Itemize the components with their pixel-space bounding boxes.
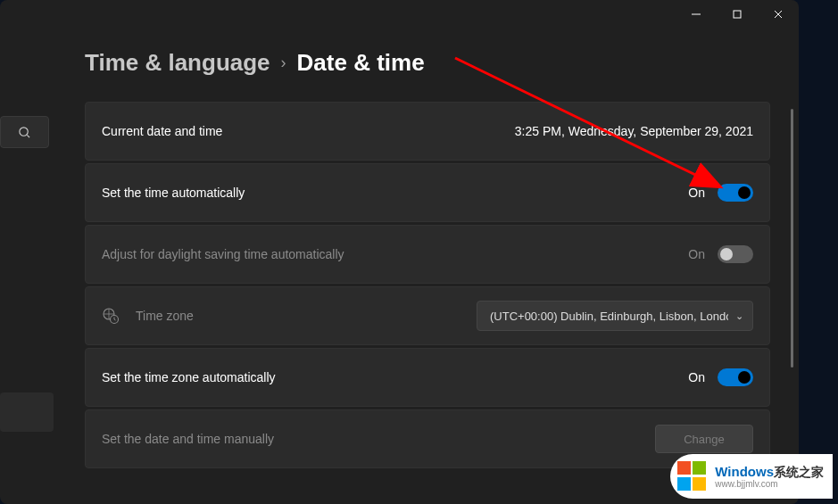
row-dst-auto: Adjust for daylight saving time automati… <box>85 225 770 284</box>
toggle-state-label: On <box>688 370 705 384</box>
settings-rows: Current date and time 3:25 PM, Wednesday… <box>85 102 781 468</box>
globe-clock-icon <box>102 307 120 325</box>
nav-item-placeholder[interactable] <box>0 392 54 432</box>
row-timezone: Time zone (UTC+00:00) Dublin, Edinburgh,… <box>85 286 770 345</box>
maximize-button[interactable] <box>717 0 758 29</box>
row-label: Set the time automatically <box>102 186 245 200</box>
row-label: Current date and time <box>102 124 222 138</box>
watermark: Windows系统之家 www.bjjmlv.com <box>670 454 833 499</box>
windows-logo-icon <box>677 461 708 492</box>
chevron-down-icon: ⌄ <box>735 310 743 322</box>
dst-auto-toggle[interactable] <box>718 245 753 263</box>
minimize-button[interactable] <box>676 0 717 29</box>
svg-point-1 <box>20 127 28 135</box>
current-datetime-value: 3:25 PM, Wednesday, September 29, 2021 <box>515 124 753 138</box>
scrollbar[interactable] <box>791 109 793 368</box>
row-label: Set the time zone automatically <box>102 370 276 384</box>
set-time-auto-toggle[interactable] <box>718 184 753 202</box>
search-button[interactable] <box>0 116 49 148</box>
breadcrumb-parent[interactable]: Time & language <box>85 49 270 77</box>
close-button[interactable] <box>758 0 799 29</box>
row-label: Set the date and time manually <box>102 432 274 446</box>
set-zone-auto-toggle[interactable] <box>718 368 753 386</box>
watermark-brand: Windows <box>715 464 774 479</box>
row-set-time-auto: Set the time automatically On <box>85 163 770 222</box>
change-button[interactable]: Change <box>655 425 753 453</box>
titlebar <box>0 0 799 29</box>
toggle-state-label: On <box>688 247 705 261</box>
page-title: Date & time <box>297 49 425 77</box>
left-panel <box>0 116 55 148</box>
chevron-right-icon: › <box>281 54 286 72</box>
row-set-zone-auto: Set the time zone automatically On <box>85 348 770 407</box>
watermark-title: 系统之家 <box>774 465 824 479</box>
breadcrumb: Time & language › Date & time <box>85 49 781 77</box>
content-area: Time & language › Date & time Current da… <box>85 49 781 504</box>
search-icon <box>18 126 31 139</box>
toggle-state-label: On <box>688 186 705 200</box>
watermark-url: www.bjjmlv.com <box>715 479 824 489</box>
settings-window: Time & language › Date & time Current da… <box>0 0 799 504</box>
row-label: Adjust for daylight saving time automati… <box>102 247 344 261</box>
timezone-dropdown[interactable]: (UTC+00:00) Dublin, Edinburgh, Lisbon, L… <box>477 301 753 331</box>
row-set-manual: Set the date and time manually Change <box>85 409 770 468</box>
svg-rect-0 <box>734 11 741 18</box>
row-label: Time zone <box>136 309 194 323</box>
timezone-selected: (UTC+00:00) Dublin, Edinburgh, Lisbon, L… <box>490 310 728 323</box>
row-current-datetime: Current date and time 3:25 PM, Wednesday… <box>85 102 770 161</box>
